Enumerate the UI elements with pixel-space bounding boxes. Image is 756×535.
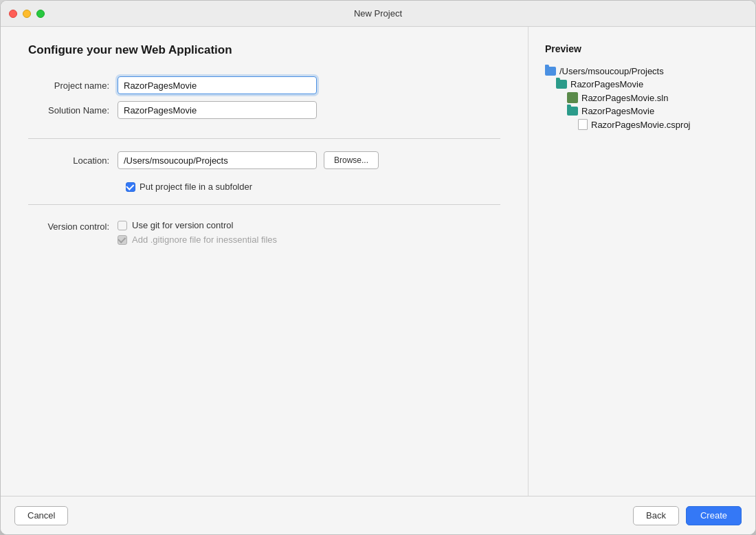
project-name-label: Project name: bbox=[28, 80, 118, 91]
close-button[interactable] bbox=[9, 10, 17, 18]
svg-rect-0 bbox=[569, 94, 576, 101]
use-git-label: Use git for version control bbox=[132, 220, 233, 230]
minimize-button[interactable] bbox=[23, 10, 31, 18]
right-buttons: Back Create bbox=[633, 506, 742, 525]
new-project-window: New Project Configure your new Web Appli… bbox=[0, 0, 756, 535]
tree-item-project-folder-label: RazorPagesMovie bbox=[570, 79, 643, 89]
folder-icon-project bbox=[556, 80, 567, 89]
tree-item-csproj-label: RazorPagesMovie.csproj bbox=[591, 120, 691, 130]
form-area: Project name: Solution Name: bbox=[28, 76, 500, 126]
separator-1 bbox=[28, 138, 500, 139]
location-input[interactable] bbox=[118, 151, 317, 169]
use-git-row: Use git for version control bbox=[118, 220, 277, 230]
subfolder-text: Put project file in a subfolder bbox=[140, 182, 252, 192]
solution-name-row: Solution Name: bbox=[28, 101, 500, 119]
version-control-label: Version control: bbox=[28, 220, 118, 232]
browse-button[interactable]: Browse... bbox=[324, 151, 379, 169]
main-content: Configure your new Web Application Proje… bbox=[1, 27, 755, 496]
create-button[interactable]: Create bbox=[686, 506, 742, 525]
subfolder-checkbox[interactable] bbox=[126, 182, 135, 192]
separator-2 bbox=[28, 204, 500, 205]
location-label: Location: bbox=[28, 155, 118, 166]
cancel-button[interactable]: Cancel bbox=[14, 506, 68, 525]
maximize-button[interactable] bbox=[36, 10, 45, 18]
tree-item-sln-label: RazorPagesMovie.sln bbox=[581, 93, 668, 103]
solution-name-input[interactable] bbox=[118, 101, 317, 119]
tree-item-root: /Users/msoucoup/Projects bbox=[545, 65, 739, 77]
location-row: Location: Browse... bbox=[28, 151, 500, 169]
file-tree: /Users/msoucoup/Projects RazorPagesMovie… bbox=[545, 65, 739, 131]
tree-item-sub-folder: RazorPagesMovie bbox=[545, 105, 739, 117]
preview-title: Preview bbox=[545, 43, 739, 54]
tree-item-sln: RazorPagesMovie.sln bbox=[545, 91, 739, 104]
use-git-checkbox[interactable] bbox=[118, 221, 127, 230]
tree-item-sub-folder-label: RazorPagesMovie bbox=[581, 106, 654, 116]
traffic-lights bbox=[9, 10, 45, 18]
folder-icon-root bbox=[545, 67, 556, 76]
gitignore-label: Add .gitignore file for inessential file… bbox=[132, 234, 277, 245]
subfolder-checkbox-row: Put project file in a subfolder bbox=[126, 182, 500, 192]
title-bar: New Project bbox=[1, 1, 755, 27]
version-options: Use git for version control Add .gitigno… bbox=[118, 220, 277, 245]
csproj-file-icon bbox=[578, 119, 588, 130]
subfolder-label[interactable]: Put project file in a subfolder bbox=[126, 182, 252, 192]
folder-icon-sub bbox=[567, 107, 578, 116]
project-name-row: Project name: bbox=[28, 76, 500, 94]
section-title: Configure your new Web Application bbox=[28, 43, 500, 57]
left-panel: Configure your new Web Application Proje… bbox=[1, 27, 529, 496]
tree-item-project-folder: RazorPagesMovie bbox=[545, 78, 739, 90]
gitignore-row: Add .gitignore file for inessential file… bbox=[118, 234, 277, 245]
project-name-input[interactable] bbox=[118, 76, 317, 94]
tree-item-root-label: /Users/msoucoup/Projects bbox=[559, 66, 664, 76]
version-control-section: Version control: Use git for version con… bbox=[28, 220, 500, 245]
back-button[interactable]: Back bbox=[633, 506, 679, 525]
version-control-row: Version control: Use git for version con… bbox=[28, 220, 500, 245]
gitignore-checkbox bbox=[118, 235, 127, 245]
window-title: New Project bbox=[354, 8, 402, 19]
bottom-bar: Cancel Back Create bbox=[1, 496, 755, 534]
sln-file-icon bbox=[567, 92, 578, 103]
solution-name-label: Solution Name: bbox=[28, 105, 118, 116]
right-panel: Preview /Users/msoucoup/Projects RazorPa… bbox=[529, 27, 755, 496]
tree-item-csproj: RazorPagesMovie.csproj bbox=[545, 118, 739, 131]
